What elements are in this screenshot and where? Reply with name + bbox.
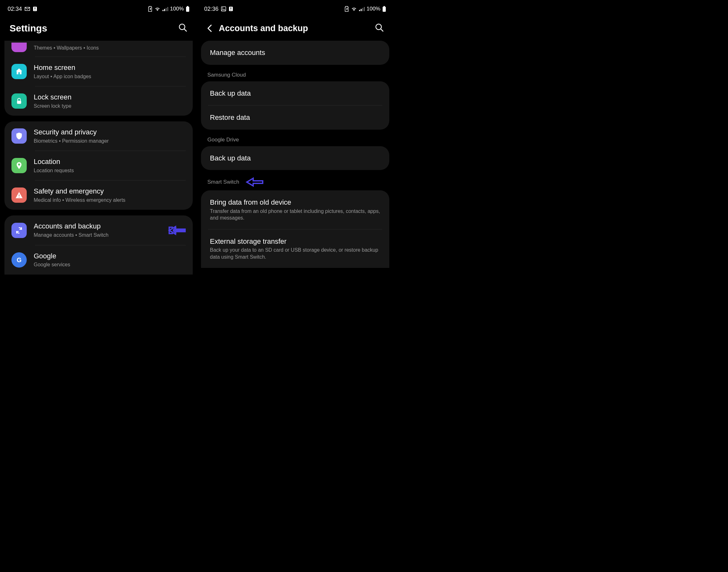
battery-icon	[382, 6, 386, 12]
item-sub: Back up your data to an SD card or USB s…	[210, 246, 380, 260]
samsung-backup-item[interactable]: Back up data	[201, 81, 389, 105]
section-label: Smart Switch	[207, 179, 239, 185]
settings-item-title: Google	[34, 252, 186, 261]
status-bar: 02:36 100%	[198, 2, 392, 15]
svg-text:G: G	[16, 256, 21, 263]
external-storage-item[interactable]: External storage transfer Back up your d…	[201, 229, 389, 268]
settings-group-display: Themes • Wallpapers • Icons Home screen …	[4, 41, 193, 116]
settings-item-title: Home screen	[34, 63, 186, 72]
manage-accounts-item[interactable]: Manage accounts	[201, 41, 389, 65]
location-icon	[11, 158, 27, 173]
phone-accounts-backup: 02:36 100% Accounts and backup Manage ac…	[198, 2, 392, 275]
search-button[interactable]	[375, 23, 384, 34]
svg-rect-21	[361, 9, 362, 11]
gdrive-backup-item[interactable]: Back up data	[201, 146, 389, 170]
settings-item-sub: Manage accounts • Smart Switch	[34, 232, 160, 239]
search-button[interactable]	[178, 23, 188, 34]
settings-item-safety[interactable]: Safety and emergency Medical info • Wire…	[4, 181, 193, 210]
settings-item-title: Location	[34, 157, 186, 166]
annotation-arrow-icon	[245, 177, 263, 187]
svg-point-16	[222, 8, 223, 9]
settings-item-lock-screen[interactable]: Lock screen Screen lock type	[4, 86, 193, 116]
lock-icon	[11, 93, 27, 109]
svg-rect-8	[186, 7, 189, 12]
status-bar: 02:34 100%	[2, 2, 195, 15]
status-time: 02:34	[8, 6, 22, 12]
settings-item-title: Security and privacy	[34, 128, 186, 137]
home-icon	[11, 64, 27, 79]
svg-rect-12	[19, 195, 19, 196]
settings-item-title: Safety and emergency	[34, 187, 186, 196]
wifi-icon	[351, 6, 357, 11]
google-drive-card: Back up data	[201, 146, 389, 170]
section-samsung-cloud: Samsung Cloud	[198, 72, 392, 81]
svg-rect-19	[231, 10, 231, 10]
settings-item-sub: Medical info • Wireless emergency alerts	[34, 197, 186, 204]
sync-icon	[11, 223, 27, 238]
settings-item-sub: Google services	[34, 261, 186, 268]
battery-saver-icon	[148, 6, 153, 12]
settings-group-security: Security and privacy Biometrics • Permis…	[4, 121, 193, 210]
image-icon	[221, 6, 226, 11]
settings-item-location[interactable]: Location Location requests	[4, 151, 193, 180]
alert-triangle-icon	[11, 188, 27, 203]
svg-rect-24	[383, 6, 385, 7]
accounts-header: Accounts and backup	[198, 15, 392, 41]
manage-accounts-card: Manage accounts	[201, 41, 389, 65]
battery-saver-icon	[345, 6, 349, 12]
settings-item-security[interactable]: Security and privacy Biometrics • Permis…	[4, 121, 193, 151]
signal-icon	[163, 7, 168, 11]
svg-rect-3	[163, 10, 164, 11]
svg-rect-18	[231, 7, 231, 9]
settings-item-accounts-backup[interactable]: Accounts and backup Manage accounts • Sm…	[4, 215, 193, 245]
google-icon: G	[11, 252, 27, 268]
back-button[interactable]	[206, 24, 213, 33]
battery-pct: 100%	[367, 6, 380, 12]
svg-rect-5	[166, 8, 167, 11]
samsung-cloud-card: Back up data Restore data	[201, 81, 389, 130]
svg-rect-6	[167, 7, 168, 11]
settings-group-accounts: Accounts and backup Manage accounts • Sm…	[4, 215, 193, 274]
battery-pct: 100%	[170, 6, 184, 12]
smart-switch-card: Bring data from old device Transfer data…	[201, 190, 389, 268]
settings-item-sub: Location requests	[34, 167, 186, 174]
item-sub: Transfer data from an old phone or table…	[210, 208, 380, 221]
annotation-arrow-icon	[167, 225, 186, 235]
svg-rect-7	[187, 6, 188, 7]
battery-icon	[186, 6, 190, 12]
settings-item-title: Lock screen	[34, 93, 186, 102]
settings-item-sub: Biometrics • Permission manager	[34, 138, 186, 145]
svg-line-27	[381, 29, 383, 31]
item-title: Restore data	[210, 113, 250, 122]
svg-rect-25	[383, 7, 386, 12]
themes-icon	[11, 43, 27, 52]
svg-rect-11	[17, 101, 21, 104]
phone-settings: 02:34 100% Settings Themes • Wallpapers …	[2, 2, 195, 275]
wifi-icon	[154, 6, 161, 11]
samsung-restore-item[interactable]: Restore data	[201, 105, 389, 130]
alert-icon	[33, 6, 37, 11]
section-smart-switch: Smart Switch	[198, 177, 392, 190]
bring-data-item[interactable]: Bring data from old device Transfer data…	[201, 190, 389, 229]
shield-icon	[11, 128, 27, 144]
settings-item-themes[interactable]: Themes • Wallpapers • Icons	[4, 41, 193, 57]
svg-rect-23	[364, 7, 365, 11]
signal-icon	[359, 7, 365, 11]
svg-rect-1	[35, 7, 35, 9]
svg-rect-4	[164, 9, 165, 11]
settings-item-sub: Layout • App icon badges	[34, 73, 186, 80]
settings-item-title: Accounts and backup	[34, 222, 160, 231]
settings-header: Settings	[2, 15, 195, 41]
settings-item-sub: Themes • Wallpapers • Icons	[34, 45, 186, 52]
item-title: Manage accounts	[210, 48, 265, 57]
settings-item-home-screen[interactable]: Home screen Layout • App icon badges	[4, 57, 193, 86]
settings-item-google[interactable]: G Google Google services	[4, 245, 193, 275]
svg-rect-20	[359, 10, 360, 11]
status-time: 02:36	[204, 6, 219, 12]
svg-rect-22	[362, 8, 363, 11]
settings-item-sub: Screen lock type	[34, 102, 186, 110]
page-title: Settings	[9, 23, 47, 34]
gmail-icon	[24, 7, 30, 11]
alert-icon	[229, 6, 233, 11]
page-title: Accounts and backup	[219, 23, 308, 33]
